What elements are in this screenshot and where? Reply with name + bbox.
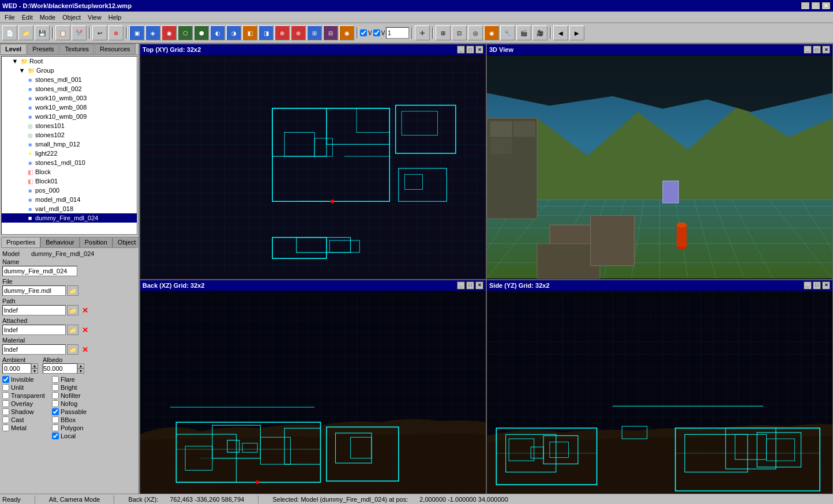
albedo-input[interactable] (43, 363, 77, 374)
chk-nofilter-input[interactable] (52, 392, 59, 399)
vp-3d-minimize[interactable]: _ (804, 46, 812, 54)
close-button[interactable]: ✕ (821, 2, 831, 10)
tool-t7[interactable]: ◑ (226, 25, 241, 40)
toolbar-chk2[interactable] (373, 29, 380, 36)
toolbar-value-input[interactable]: 1 (386, 27, 409, 39)
tree-item-work008[interactable]: ■ work10_wmb_008 (2, 103, 137, 112)
attached-delete-button[interactable]: ✕ (80, 325, 90, 335)
material-browse-button[interactable]: 📁 (67, 344, 78, 355)
tree-item-group[interactable]: ▼ 📁 Group (2, 66, 137, 75)
chk-nofog-input[interactable] (52, 400, 59, 407)
material-input[interactable] (2, 344, 66, 355)
tool-snap7[interactable]: 🎥 (532, 25, 547, 40)
tool-open[interactable]: 📁 (18, 25, 33, 40)
tool-snap4[interactable]: ◉ (484, 25, 499, 40)
tree-item-work003[interactable]: ■ work10_wmb_003 (2, 93, 137, 103)
name-input[interactable] (2, 266, 77, 276)
menu-object[interactable]: Object (59, 13, 84, 22)
vp-3d-close[interactable]: ✕ (822, 46, 830, 54)
viewport-back-xz-content[interactable]: xyz (140, 291, 486, 504)
tool-t8[interactable]: ◧ (242, 25, 257, 40)
chk-metal-input[interactable] (2, 424, 9, 431)
chk-shadow-input[interactable] (2, 408, 9, 415)
menu-mode[interactable]: Mode (36, 13, 59, 22)
albedo-up[interactable]: ▲ (77, 363, 84, 368)
viewport-top-xy-content[interactable] (140, 55, 486, 279)
tool-undo[interactable]: ↩ (92, 25, 107, 40)
vp-back-xz-maximize[interactable]: □ (466, 281, 474, 289)
viewport-3d[interactable]: 3D View _ □ ✕ (486, 44, 833, 280)
tool-t5[interactable]: ⬢ (194, 25, 209, 40)
tool-delete[interactable]: ⊗ (108, 25, 123, 40)
chk-passable-input[interactable] (52, 408, 59, 415)
tree-item-small-hmp[interactable]: ■ small_hmp_012 (2, 140, 137, 149)
path-delete-button[interactable]: ✕ (80, 305, 90, 315)
tab-properties[interactable]: Properties (1, 237, 40, 247)
ambient-input[interactable] (2, 363, 31, 374)
chk-bright-input[interactable] (52, 384, 59, 391)
tree-item-stones101[interactable]: ◎ stones101 (2, 121, 137, 130)
tree-item-varl018[interactable]: ■ varl_mdl_018 (2, 204, 137, 213)
vp-top-xy-minimize[interactable]: _ (457, 46, 465, 54)
tool-5[interactable]: ✂️ (72, 25, 87, 40)
ambient-up[interactable]: ▲ (31, 363, 38, 368)
tool-new[interactable]: 📄 (2, 25, 17, 40)
tool-save[interactable]: 💾 (35, 25, 50, 40)
tool-t12[interactable]: ⊞ (307, 25, 322, 40)
vp-back-xz-close[interactable]: ✕ (475, 281, 483, 289)
tool-t13[interactable]: ⊟ (323, 25, 338, 40)
file-browse-button[interactable]: 📁 (67, 285, 78, 296)
tool-t1[interactable]: ▣ (129, 25, 144, 40)
viewport-side-yz[interactable]: Side (YZ) Grid: 32x2 _ □ ✕ (486, 280, 833, 504)
tab-position[interactable]: Position (80, 237, 112, 247)
chk-local-input[interactable] (52, 432, 59, 439)
tab-resources[interactable]: Resources (95, 44, 136, 54)
tool-t10[interactable]: ⊕ (275, 25, 290, 40)
tool-t14[interactable]: ◉ (339, 25, 354, 40)
vp-side-yz-close[interactable]: ✕ (822, 281, 830, 289)
file-input[interactable] (2, 285, 66, 296)
chk-invisible-input[interactable] (2, 376, 9, 383)
tree-item-stones002[interactable]: ■ stones_mdl_002 (2, 84, 137, 93)
viewport-side-yz-content[interactable]: Pkg (487, 291, 832, 504)
tab-behaviour[interactable]: Behaviour (40, 237, 80, 247)
menu-file[interactable]: File (1, 13, 18, 22)
tree-item-stones001[interactable]: ■ stones_mdl_001 (2, 75, 137, 84)
path-input[interactable] (2, 305, 66, 315)
tree-item-root[interactable]: ▼ 📁 Root (2, 57, 137, 66)
tab-object[interactable]: Object (112, 237, 138, 247)
tool-t2[interactable]: ◈ (145, 25, 160, 40)
material-delete-button[interactable]: ✕ (80, 344, 90, 355)
ambient-down[interactable]: ▼ (31, 368, 38, 374)
tool-move[interactable]: ✛ (415, 25, 430, 40)
tool-t9[interactable]: ◨ (258, 25, 273, 40)
tool-snap3[interactable]: ◎ (468, 25, 483, 40)
attached-input[interactable] (2, 325, 66, 335)
tool-t6[interactable]: ◐ (210, 25, 225, 40)
viewport-3d-content[interactable] (487, 55, 832, 279)
tab-textures[interactable]: Textures (59, 44, 94, 54)
chk-overlay-input[interactable] (2, 400, 9, 407)
tool-t4[interactable]: ⬡ (178, 25, 193, 40)
path-browse-button[interactable]: 📁 (67, 305, 78, 315)
chk-unlit-input[interactable] (2, 384, 9, 391)
minimize-button[interactable]: _ (801, 2, 810, 10)
tree-item-block[interactable]: ◧ Block (2, 167, 137, 176)
menu-help[interactable]: Help (105, 13, 125, 22)
tree-item-stones102[interactable]: ◎ stones102 (2, 130, 137, 140)
tab-presets[interactable]: Presets (27, 44, 59, 54)
tool-snap1[interactable]: ⊞ (436, 25, 451, 40)
tool-r2[interactable]: ▶ (569, 25, 584, 40)
chk-cast-input[interactable] (2, 416, 9, 423)
tab-level[interactable]: Level (0, 44, 27, 54)
attached-browse-button[interactable]: 📁 (67, 325, 78, 335)
albedo-down[interactable]: ▼ (77, 368, 84, 374)
tree-item-work009[interactable]: ■ work10_wmb_009 (2, 112, 137, 121)
chk-polygon-input[interactable] (52, 424, 59, 431)
tree-item-model014[interactable]: ■ model_mdl_014 (2, 195, 137, 204)
tree-item-dummy-fire[interactable]: ■ dummy_Fire_mdl_024 (2, 213, 137, 223)
vp-3d-maximize[interactable]: □ (813, 46, 821, 54)
toolbar-chk1[interactable] (360, 29, 367, 36)
viewport-top-xy[interactable]: Top (XY) Grid: 32x2 _ □ ✕ (140, 44, 486, 280)
menu-edit[interactable]: Edit (18, 13, 36, 22)
